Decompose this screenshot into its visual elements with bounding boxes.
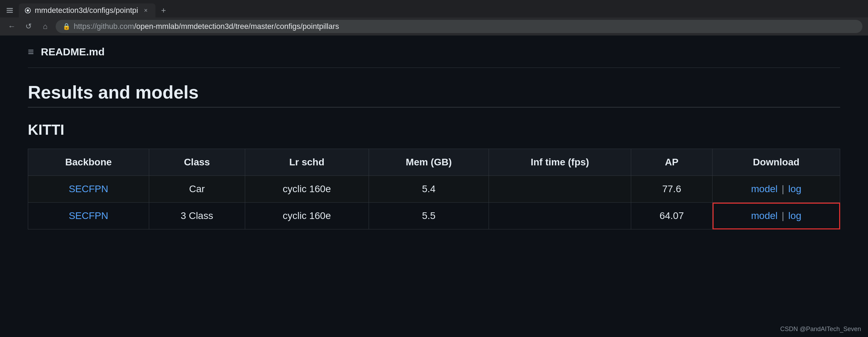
class-cell-2: 3 Class [149, 203, 245, 229]
back-button[interactable]: ← [6, 20, 18, 33]
nav-bar: ← ↺ ⌂ 🔒 https://github.com/open-mmlab/mm… [0, 17, 868, 36]
ap-cell-2: 64.07 [631, 203, 712, 229]
browser-chrome: mmdetection3d/configs/pointpi × + ← ↺ ⌂ … [0, 0, 868, 35]
tab-favicon-icon [24, 7, 31, 14]
log-link-row2[interactable]: log [788, 210, 801, 221]
reload-button[interactable]: ↺ [22, 20, 35, 33]
results-table: Backbone Class Lr schd Mem (GB) Inf time… [28, 149, 840, 229]
inf-time-cell [489, 176, 631, 203]
download-cell: model | log [713, 176, 840, 203]
separator-row1: | [782, 183, 784, 194]
ap-cell: 77.6 [631, 176, 712, 203]
kitti-heading: KITTI [28, 122, 840, 138]
table-row: SECFPN Car cyclic 160e 5.4 77.6 model | … [28, 176, 840, 203]
page-content: ≡ README.md Results and models KITTI Bac… [0, 35, 868, 337]
mem-cell: 5.4 [369, 176, 489, 203]
tab-close-button[interactable]: × [142, 6, 150, 15]
table-header-row: Backbone Class Lr schd Mem (GB) Inf time… [28, 149, 840, 176]
address-bar[interactable]: 🔒 https://github.com/open-mmlab/mmdetect… [56, 20, 862, 33]
download-cell-2-highlighted: model | log [713, 203, 840, 229]
results-heading: Results and models [28, 68, 840, 108]
lr-schd-cell-2: cyclic 160e [245, 203, 369, 229]
backbone-cell: SECFPN [28, 176, 149, 203]
address-base: https://github.com [74, 22, 134, 31]
inf-time-cell-2 [489, 203, 631, 229]
col-class: Class [149, 149, 245, 176]
sidebar-toggle[interactable] [3, 4, 16, 17]
col-mem: Mem (GB) [369, 149, 489, 176]
lock-icon: 🔒 [63, 23, 70, 30]
log-link-row1[interactable]: log [788, 183, 801, 194]
backbone-link-2[interactable]: SECFPN [69, 210, 108, 221]
backbone-link[interactable]: SECFPN [69, 183, 108, 194]
svg-rect-2 [7, 12, 13, 13]
svg-point-3 [27, 9, 29, 12]
lr-schd-cell: cyclic 160e [245, 176, 369, 203]
address-path: /open-mmlab/mmdetection3d/tree/master/co… [134, 22, 339, 31]
svg-rect-1 [7, 10, 13, 11]
backbone-cell-2: SECFPN [28, 203, 149, 229]
class-cell: Car [149, 176, 245, 203]
watermark: CSDN @PandAITech_Seven [780, 326, 861, 333]
home-button[interactable]: ⌂ [39, 20, 51, 33]
col-inf-time: Inf time (fps) [489, 149, 631, 176]
readme-header: ≡ README.md [28, 35, 840, 68]
separator-row2: | [782, 210, 784, 221]
col-ap: AP [631, 149, 712, 176]
active-tab[interactable]: mmdetection3d/configs/pointpi × [19, 3, 155, 17]
new-tab-button[interactable]: + [157, 4, 170, 17]
tab-title-text: mmdetection3d/configs/pointpi [35, 6, 138, 15]
col-backbone: Backbone [28, 149, 149, 176]
address-text: https://github.com/open-mmlab/mmdetectio… [74, 22, 339, 31]
col-download: Download [713, 149, 840, 176]
svg-rect-0 [7, 8, 13, 9]
readme-title: README.md [41, 46, 105, 58]
col-lr-schd: Lr schd [245, 149, 369, 176]
model-link-row2[interactable]: model [751, 210, 778, 221]
tab-bar: mmdetection3d/configs/pointpi × + [0, 0, 868, 17]
model-link-row1[interactable]: model [751, 183, 778, 194]
table-row: SECFPN 3 Class cyclic 160e 5.5 64.07 mod… [28, 203, 840, 229]
mem-cell-2: 5.5 [369, 203, 489, 229]
list-icon: ≡ [28, 46, 34, 58]
